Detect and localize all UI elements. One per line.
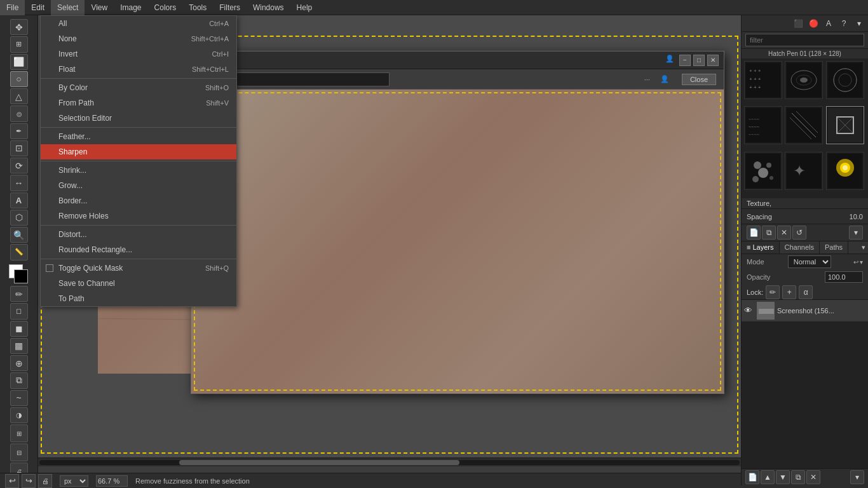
menu-item-distort[interactable]: Distort... [41,227,236,242]
tool-scroll2[interactable]: ⊟ [10,444,28,461]
tool-free-select[interactable]: △ [10,88,28,104]
tool-eraser[interactable]: ◻ [10,303,28,319]
lock-alpha-button[interactable]: α [799,285,813,299]
zoom-input[interactable]: 66.7 % [96,475,128,487]
menu-item-none[interactable]: None Shift+Ctrl+A [41,31,236,46]
dialog-maximize-button[interactable]: □ [693,55,705,66]
brush-cell-9[interactable] [826,152,864,190]
tool-magnify[interactable]: 🔍 [10,227,28,243]
tool-scroll1[interactable]: ⊞ [10,424,28,442]
menu-item-grow[interactable]: Grow... [41,178,236,193]
tool-color-pick[interactable]: ✒ [10,123,28,139]
dialog-close-button[interactable]: ✕ [707,55,719,66]
menu-image[interactable]: Image [114,0,147,15]
layer-menu-button[interactable]: ▾ [850,470,864,484]
tool-fuzzy-select[interactable]: ⌾ [10,105,28,121]
menu-item-border[interactable]: Border... [41,193,236,208]
unit-select[interactable]: px in mm [60,475,88,487]
tool-heal[interactable]: ⊕ [10,355,28,371]
scroll-thumb[interactable] [179,460,459,465]
menu-item-quick-mask[interactable]: Toggle Quick Mask Shift+Q [41,261,236,276]
dialog-minimize-button[interactable]: − [679,55,691,66]
undo-button[interactable]: ↩ [5,474,19,488]
scroll-track[interactable] [39,460,740,465]
dialog-close-btn[interactable]: Close [682,74,716,85]
brush-cell-2[interactable] [785,61,823,99]
tool-rect-select[interactable]: ⬜ [10,54,28,70]
brush-cell-7[interactable] [744,152,782,190]
menu-help[interactable]: Help [290,0,319,15]
rp-icon-1[interactable]: ⬛ [792,17,804,30]
layers-menu-button[interactable]: ▾ [859,241,868,254]
brush-new-button[interactable]: 📄 [747,226,761,240]
brush-cell-6[interactable] [826,106,864,144]
tool-transform[interactable]: ⟳ [10,158,28,173]
layer-entry[interactable]: 👁 Screenshot (156... [742,300,868,322]
menu-item-to-path[interactable]: To Path [41,291,236,306]
tool-paths[interactable]: ⬡ [10,210,28,226]
brush-cell-1[interactable]: + + + + + + + + + [744,61,782,99]
tool-move[interactable]: ✥ [10,19,28,35]
rp-icon-4[interactable]: ? [837,17,850,30]
brush-refresh-button[interactable]: ↺ [792,226,806,240]
rp-icon-2[interactable]: 🔴 [807,17,820,30]
menu-item-invert[interactable]: Invert Ctrl+I [41,46,236,62]
tool-dodge[interactable]: ◑ [10,407,28,423]
layer-raise-button[interactable]: ▲ [761,470,775,484]
opacity-input[interactable] [825,271,863,283]
tool-align[interactable]: ⊞ [10,36,28,52]
menu-item-all[interactable]: All Ctrl+A [41,16,236,31]
mode-select[interactable]: Normal Multiply Screen [788,255,831,268]
brush-filter-input[interactable] [745,34,864,46]
lock-paint-button[interactable]: ✏ [766,285,780,299]
brush-cell-8[interactable]: ✦ [785,152,823,190]
tab-paths[interactable]: Paths [820,241,848,254]
menu-item-by-color[interactable]: By Color Shift+O [41,80,236,95]
mode-down[interactable]: ▾ [860,259,863,266]
tool-clone[interactable]: ⧉ [10,372,28,388]
brush-settings-button[interactable]: ▾ [849,226,863,240]
layer-lower-button[interactable]: ▼ [776,470,790,484]
tool-fill[interactable]: ◼ [10,321,28,337]
tool-blur[interactable]: ~ [10,390,28,406]
brush-delete-button[interactable]: ✕ [777,226,791,240]
menu-tools[interactable]: Tools [182,0,213,15]
tool-crop[interactable]: ⊡ [10,140,28,156]
canvas-scrollbar[interactable] [38,458,741,466]
menu-filters[interactable]: Filters [213,0,247,15]
brush-copy-button[interactable]: ⧉ [762,226,776,240]
menu-item-shrink[interactable]: Shrink... [41,163,236,178]
layer-visibility-toggle[interactable]: 👁 [744,306,754,316]
layer-copy-button[interactable]: ⧉ [791,470,805,484]
lock-move-button[interactable]: + [782,285,796,299]
menu-item-float[interactable]: Float Shift+Ctrl+L [41,62,236,77]
mode-undo[interactable]: ↩ [853,259,858,266]
tool-gradient[interactable]: ▦ [10,338,28,354]
tab-channels[interactable]: Channels [780,241,820,254]
tool-flip[interactable]: ↔ [10,175,28,191]
menu-item-save-to-channel[interactable]: Save to Channel [41,276,236,291]
tool-text[interactable]: A [10,193,28,208]
menu-edit[interactable]: Edit [25,0,51,15]
menu-item-selection-editor[interactable]: Selection Editor [41,111,236,126]
tool-ellipse-select[interactable]: ○ [10,71,28,87]
color-swatches[interactable] [9,264,29,283]
dialog-more-options[interactable]: ··· [644,76,650,83]
redo-button[interactable]: ↪ [22,474,36,488]
menu-item-rounded-rect[interactable]: Rounded Rectangle... [41,242,236,257]
tool-pencil[interactable]: ✏ [10,286,28,302]
menu-colors[interactable]: Colors [148,0,183,15]
menu-item-from-path[interactable]: From Path Shift+V [41,95,236,111]
brush-cell-3[interactable] [826,61,864,99]
background-color[interactable] [14,269,28,283]
menu-view[interactable]: View [85,0,114,15]
print-button[interactable]: 🖨 [38,474,52,488]
menu-item-sharpen[interactable]: Sharpen [41,144,236,159]
rp-chevron[interactable]: ▾ [853,17,865,30]
menu-windows[interactable]: Windows [247,0,290,15]
rp-icon-3[interactable]: A [822,17,835,30]
brush-cell-5[interactable] [785,106,823,144]
menu-select[interactable]: Select [51,0,85,15]
menu-item-remove-holes[interactable]: Remove Holes [41,208,236,224]
menu-item-feather[interactable]: Feather... [41,129,236,144]
